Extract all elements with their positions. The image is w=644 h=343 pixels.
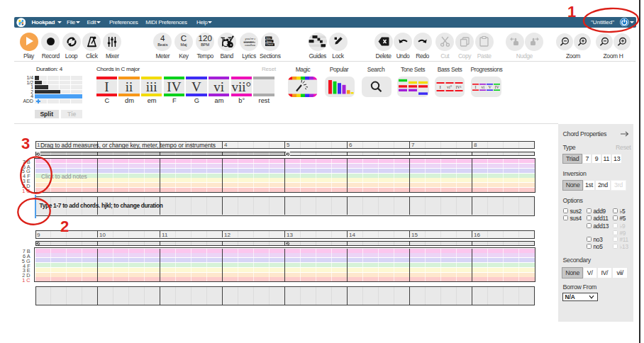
svg-text:IV¹: IV¹ — [456, 85, 462, 89]
svg-text:vi: vi — [482, 85, 485, 89]
svg-text:V: V — [489, 85, 492, 89]
svg-text:vi°: vi° — [447, 85, 453, 89]
svg-text:IV: IV — [495, 85, 500, 89]
svg-text:Chorus: Chorus — [266, 43, 273, 46]
svg-text:Intro: Intro — [266, 37, 270, 40]
svg-text:I: I — [475, 85, 477, 89]
svg-text:Verse: Verse — [266, 40, 272, 43]
svg-text:swallow: swallow — [245, 43, 255, 47]
